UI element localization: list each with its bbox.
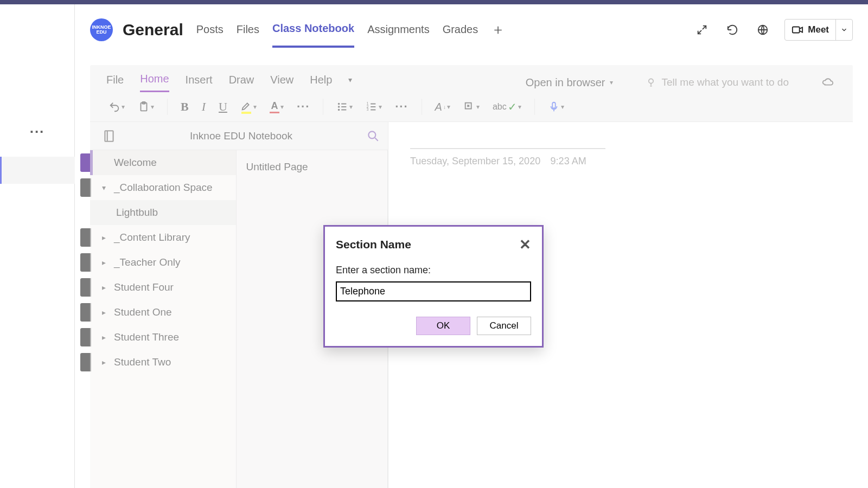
channel-name: General [123, 21, 183, 39]
website-icon[interactable] [754, 21, 771, 38]
section-color-tab [80, 328, 91, 346]
svg-rect-1 [793, 27, 800, 33]
rail-selected-item[interactable] [0, 157, 75, 184]
dialog-title: Section Name [336, 238, 411, 251]
tab-class-notebook[interactable]: Class Notebook [272, 12, 354, 48]
ok-button[interactable]: OK [416, 317, 470, 335]
section-color-tab [80, 153, 91, 172]
tab-assignments[interactable]: Assignments [367, 14, 430, 47]
expand-icon[interactable] [693, 21, 711, 38]
section-color-tab [80, 278, 91, 297]
dialog-prompt: Enter a section name: [336, 265, 531, 276]
channel-tabs: Posts Files Class Notebook Assignments G… [196, 10, 506, 50]
close-icon[interactable]: ✕ [519, 237, 531, 252]
onenote-frame: File Home Insert Draw View Help ▾ Open i… [90, 65, 853, 488]
window-titlebar [0, 0, 868, 4]
meet-button[interactable]: Meet [784, 19, 853, 41]
section-color-tab [80, 253, 91, 272]
meet-dropdown-icon[interactable] [835, 19, 852, 41]
teams-side-rail: ··· [0, 4, 75, 488]
tab-posts[interactable]: Posts [196, 14, 224, 47]
section-color-tab [80, 228, 91, 247]
rail-more-icon[interactable]: ··· [30, 124, 45, 140]
section-color-tab [80, 178, 91, 197]
meet-button-label: Meet [808, 24, 829, 35]
tab-files[interactable]: Files [237, 14, 259, 47]
team-avatar[interactable]: INKNOE EDU [90, 18, 113, 41]
channel-header: INKNOE EDU General Posts Files Class Not… [75, 4, 868, 50]
section-name-input[interactable] [336, 281, 531, 301]
refresh-icon[interactable] [724, 21, 741, 38]
add-tab-button[interactable]: ＋ [491, 10, 505, 50]
section-color-tab [80, 353, 91, 371]
section-color-tab [80, 303, 91, 322]
cancel-button[interactable]: Cancel [477, 317, 531, 335]
tab-grades[interactable]: Grades [443, 14, 478, 47]
section-name-dialog: Section Name ✕ Enter a section name: OK … [323, 225, 544, 348]
